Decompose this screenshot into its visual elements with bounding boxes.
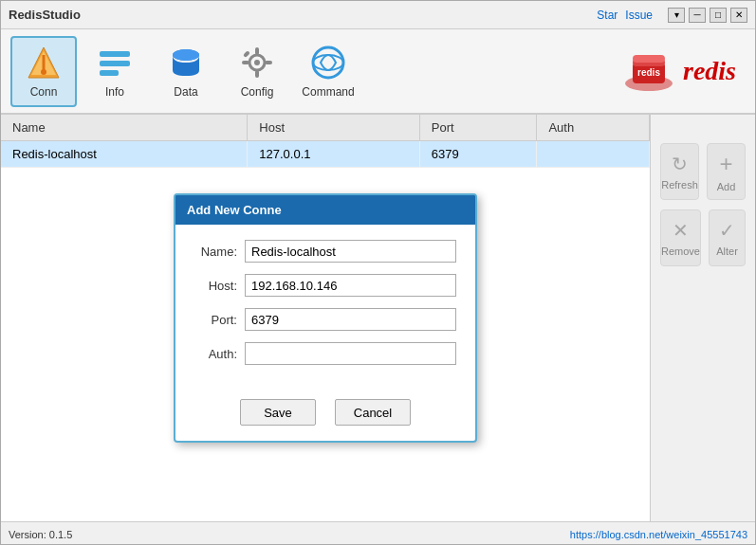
- name-row: Name:: [194, 240, 456, 263]
- auth-label: Auth:: [194, 347, 237, 361]
- redis-logo-icon: redis: [623, 45, 675, 98]
- command-icon: [309, 44, 347, 82]
- modal-footer: Save Cancel: [175, 391, 475, 441]
- refresh-label: Refresh: [661, 179, 698, 191]
- status-url: https://blog.csdn.net/weixin_45551743: [570, 529, 747, 540]
- conn-icon: [25, 44, 63, 82]
- toolbar-item-command[interactable]: Command: [295, 36, 361, 107]
- modal-body: Name: Host: Port: Auth:: [175, 225, 475, 391]
- app-title: RedisStudio: [9, 8, 81, 22]
- config-label: Config: [241, 85, 274, 99]
- refresh-icon: ↻: [672, 153, 688, 175]
- add-button[interactable]: + Add: [707, 143, 746, 200]
- main-content: Name Host Port Auth Redis-localhost 127.…: [1, 115, 755, 521]
- host-input[interactable]: [245, 274, 456, 297]
- remove-label: Remove: [661, 245, 700, 257]
- remove-button[interactable]: ✕ Remove: [660, 209, 701, 266]
- svg-rect-5: [100, 61, 130, 66]
- port-label: Port:: [194, 313, 237, 327]
- svg-point-17: [313, 55, 343, 70]
- save-button[interactable]: Save: [240, 399, 316, 426]
- remove-icon: ✕: [673, 219, 689, 242]
- command-label: Command: [302, 85, 354, 99]
- toolbar-item-data[interactable]: Data: [153, 36, 219, 107]
- name-label: Name:: [194, 245, 237, 259]
- svg-rect-13: [242, 61, 249, 64]
- port-row: Port:: [194, 308, 456, 331]
- action-buttons: ↻ Refresh + Add ✕ Remove ✓ Alter: [660, 143, 746, 266]
- alter-label: Alter: [716, 245, 738, 257]
- window-controls: ▾ ─ □ ✕: [668, 8, 747, 23]
- add-connection-modal: Add New Conne Name: Host: Port:: [174, 193, 477, 443]
- redis-text: redis: [683, 56, 736, 86]
- svg-rect-11: [255, 47, 259, 55]
- info-label: Info: [105, 85, 124, 99]
- svg-rect-4: [100, 51, 130, 57]
- toolbar-items: Conn Info Data: [10, 36, 361, 107]
- data-label: Data: [174, 85, 197, 99]
- conn-label: Conn: [30, 85, 58, 99]
- titlebar: RedisStudio Star Issue ▾ ─ □ ✕: [1, 1, 755, 29]
- toolbar: Conn Info Data: [1, 29, 755, 115]
- modal-header: Add New Conne: [175, 195, 475, 225]
- toolbar-item-conn[interactable]: Conn: [10, 36, 77, 107]
- alter-icon: ✓: [719, 219, 735, 242]
- titlebar-right: Star Issue ▾ ─ □ ✕: [597, 8, 747, 23]
- auth-input[interactable]: [245, 342, 456, 365]
- right-panel: ↻ Refresh + Add ✕ Remove ✓ Alter: [651, 115, 755, 521]
- alter-button[interactable]: ✓ Alter: [709, 209, 746, 266]
- star-link[interactable]: Star: [597, 9, 618, 22]
- minimize-btn[interactable]: ─: [689, 8, 706, 23]
- svg-rect-14: [265, 61, 272, 64]
- top-action-row: ↻ Refresh + Add: [660, 143, 746, 200]
- data-icon: [167, 44, 205, 82]
- host-row: Host:: [194, 274, 456, 297]
- svg-rect-6: [100, 70, 119, 76]
- add-icon: +: [719, 151, 732, 177]
- close-btn[interactable]: ✕: [730, 8, 747, 23]
- version-text: Version: 0.1.5: [9, 529, 72, 540]
- svg-point-8: [173, 49, 199, 61]
- svg-point-16: [313, 47, 343, 78]
- auth-row: Auth:: [194, 342, 456, 365]
- maximize-btn[interactable]: □: [710, 8, 727, 23]
- config-icon: [238, 44, 276, 82]
- add-label: Add: [717, 181, 736, 192]
- svg-rect-21: [633, 55, 665, 63]
- statusbar: Version: 0.1.5 https://blog.csdn.net/wei…: [1, 521, 755, 545]
- svg-text:redis: redis: [637, 67, 660, 78]
- dropdown-btn[interactable]: ▾: [668, 8, 685, 23]
- cancel-button[interactable]: Cancel: [335, 399, 411, 426]
- svg-point-3: [41, 69, 46, 75]
- issue-link[interactable]: Issue: [625, 9, 653, 22]
- modal-overlay: Add New Conne Name: Host: Port:: [1, 115, 650, 521]
- svg-point-10: [254, 60, 260, 65]
- svg-rect-12: [255, 70, 259, 78]
- name-input[interactable]: [245, 240, 456, 263]
- info-icon: [96, 44, 134, 82]
- toolbar-item-config[interactable]: Config: [224, 36, 290, 107]
- host-label: Host:: [194, 279, 237, 293]
- left-panel: Name Host Port Auth Redis-localhost 127.…: [1, 115, 651, 521]
- redis-logo: redis redis: [623, 45, 746, 98]
- port-input[interactable]: [245, 308, 456, 331]
- svg-rect-15: [243, 50, 250, 58]
- toolbar-item-info[interactable]: Info: [82, 36, 148, 107]
- bottom-action-row: ✕ Remove ✓ Alter: [660, 209, 746, 266]
- refresh-button[interactable]: ↻ Refresh: [660, 143, 699, 200]
